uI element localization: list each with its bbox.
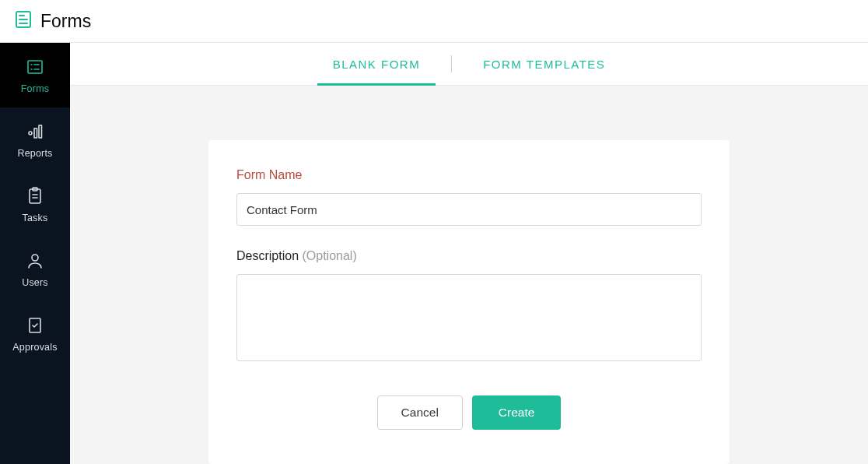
svg-rect-10 [34, 128, 37, 138]
description-input[interactable] [236, 274, 702, 361]
description-label: Description (Optional) [236, 249, 702, 263]
sidebar-item-label: Forms [21, 83, 49, 94]
sidebar-item-label: Reports [17, 148, 52, 159]
users-icon [25, 251, 45, 271]
svg-point-9 [29, 132, 32, 135]
form-name-field: Form Name [236, 168, 702, 226]
sidebar-item-forms[interactable]: Forms [0, 43, 70, 107]
sidebar-item-users[interactable]: Users [0, 237, 70, 301]
svg-rect-11 [39, 125, 42, 138]
content-area: BLANK FORM FORM TEMPLATES Form Name Desc… [70, 43, 868, 464]
form-card: Form Name Description (Optional) Cancel … [208, 140, 730, 464]
sidebar: Forms Reports Tasks [0, 43, 70, 464]
reports-icon [25, 121, 45, 142]
app-header: Forms [0, 0, 868, 43]
sidebar-item-label: Users [22, 277, 48, 288]
tab-label: BLANK FORM [333, 58, 421, 71]
approvals-icon [25, 315, 45, 336]
app-title: Forms [40, 11, 91, 32]
form-name-input[interactable] [236, 193, 702, 226]
main-layout: Forms Reports Tasks [0, 43, 868, 464]
sidebar-item-approvals[interactable]: Approvals [0, 301, 70, 366]
description-field: Description (Optional) [236, 249, 702, 364]
tasks-icon [25, 186, 45, 206]
tab-label: FORM TEMPLATES [483, 58, 605, 71]
button-row: Cancel Create [236, 395, 702, 430]
sidebar-item-label: Approvals [12, 342, 57, 353]
cancel-button[interactable]: Cancel [377, 395, 463, 430]
svg-point-16 [32, 255, 38, 261]
sidebar-item-label: Tasks [23, 213, 48, 223]
tab-bar: BLANK FORM FORM TEMPLATES [70, 43, 868, 86]
description-hint: (Optional) [302, 249, 356, 262]
svg-rect-4 [28, 61, 42, 73]
tab-form-templates[interactable]: FORM TEMPLATES [452, 43, 636, 86]
form-name-label: Form Name [236, 168, 702, 182]
app-logo-group: Forms [14, 10, 91, 32]
tab-blank-form[interactable]: BLANK FORM [302, 43, 452, 86]
sidebar-item-reports[interactable]: Reports [0, 107, 70, 172]
forms-icon [25, 57, 45, 77]
form-container: Form Name Description (Optional) Cancel … [70, 86, 868, 464]
forms-logo-icon [14, 10, 33, 32]
create-button[interactable]: Create [472, 395, 562, 430]
description-label-text: Description [236, 249, 299, 262]
sidebar-item-tasks[interactable]: Tasks [0, 172, 70, 237]
